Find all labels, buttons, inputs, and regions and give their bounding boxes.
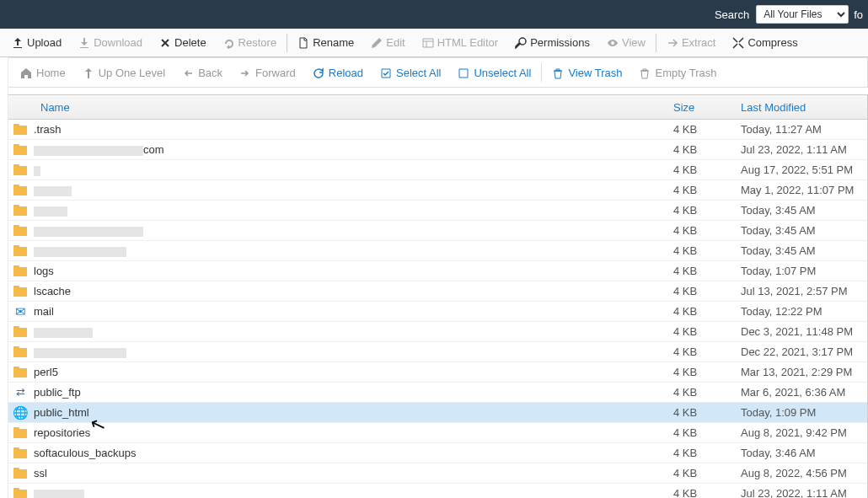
- file-name: mail: [32, 305, 665, 318]
- arrow-left-icon: [182, 66, 194, 79]
- file-modified: Today, 3:46 AM: [732, 447, 867, 459]
- file-size: 4 KB: [665, 325, 732, 338]
- table-row[interactable]: .trash4 KBToday, 11:27 AM: [8, 120, 867, 140]
- file-size: 4 KB: [665, 143, 732, 156]
- table-row[interactable]: com4 KBJul 23, 2022, 1:11 AM: [8, 140, 867, 160]
- view-button: View: [598, 29, 654, 56]
- file-name: lscache: [32, 285, 665, 297]
- toolbar-label: Rename: [313, 36, 354, 49]
- file-modified: May 1, 2022, 11:07 PM: [732, 184, 867, 196]
- extract-button: Extract: [658, 29, 724, 56]
- file-name: public_html: [32, 406, 665, 419]
- file-icon: [297, 36, 309, 50]
- navbar-label: Up One Level: [99, 67, 166, 79]
- undo-icon: [223, 36, 235, 50]
- file-size: 4 KB: [665, 184, 732, 196]
- key-icon: [515, 36, 527, 50]
- edit-button: Edit: [362, 29, 413, 56]
- file-name: [32, 244, 665, 257]
- file-name: [32, 345, 665, 358]
- table-row[interactable]: ⇄public_ftp4 KBMar 6, 2021, 6:36 AM: [8, 383, 867, 403]
- table-row[interactable]: softaculous_backups4 KBToday, 3:46 AM: [8, 443, 867, 463]
- delete-button[interactable]: Delete: [151, 29, 215, 56]
- eye-icon: [607, 36, 619, 50]
- table-row[interactable]: ssl4 KBAug 8, 2022, 4:56 PM: [8, 463, 867, 484]
- navbar-label: Forward: [255, 67, 296, 79]
- file-modified: Mar 6, 2021, 6:36 AM: [732, 386, 867, 399]
- upload-button[interactable]: Upload: [3, 29, 70, 56]
- arrow-right-icon: [239, 66, 251, 79]
- selectall-button[interactable]: Select All: [372, 58, 449, 87]
- reload-button[interactable]: Reload: [304, 58, 372, 87]
- viewtrash-button[interactable]: View Trash: [544, 58, 630, 87]
- toolbar-label: Edit: [386, 36, 405, 49]
- file-modified: Aug 17, 2022, 5:51 PM: [732, 163, 867, 176]
- table-row[interactable]: 4 KBToday, 3:45 AM: [8, 241, 867, 261]
- file-modified: Dec 22, 2021, 3:17 PM: [732, 345, 867, 358]
- table-row[interactable]: 4 KBDec 3, 2021, 11:48 PM: [8, 322, 867, 342]
- reload-icon: [313, 66, 324, 79]
- close-icon: [159, 36, 171, 50]
- column-name[interactable]: Name: [32, 101, 665, 114]
- folder-icon: [13, 205, 27, 216]
- emptytrash-button[interactable]: Empty Trash: [630, 58, 725, 87]
- up-button[interactable]: Up One Level: [74, 58, 174, 87]
- home-button[interactable]: Home: [12, 58, 74, 87]
- file-name: .trash: [32, 123, 665, 136]
- file-name: softaculous_backups: [32, 447, 665, 459]
- file-modified: Today, 1:07 PM: [732, 265, 867, 277]
- search-scope-select[interactable]: All Your Files: [756, 5, 849, 24]
- file-modified: Mar 13, 2021, 2:29 PM: [732, 366, 867, 378]
- navbar-label: Reload: [329, 67, 363, 79]
- file-size: 4 KB: [665, 426, 732, 439]
- file-modified: Today, 1:09 PM: [732, 406, 867, 419]
- folder-icon: [13, 185, 27, 195]
- folder-icon: [13, 144, 27, 155]
- check-square-icon: [380, 66, 392, 79]
- table-row[interactable]: 4 KBJul 23, 2022, 1:11 AM: [8, 484, 867, 498]
- swap-icon: ⇄: [16, 386, 25, 399]
- download-button: Download: [70, 29, 151, 56]
- table-row[interactable]: 4 KBToday, 3:45 AM: [8, 201, 867, 221]
- pencil-icon: [371, 36, 383, 50]
- permissions-button[interactable]: Permissions: [506, 29, 598, 56]
- download-icon: [78, 36, 90, 50]
- table-row[interactable]: 4 KBMay 1, 2022, 11:07 PM: [8, 180, 867, 201]
- left-gutter: [0, 57, 8, 498]
- file-modified: Jul 13, 2021, 2:57 PM: [732, 285, 867, 297]
- upload-icon: [12, 36, 24, 50]
- table-row[interactable]: perl54 KBMar 13, 2021, 2:29 PM: [8, 362, 867, 383]
- rename-button[interactable]: Rename: [289, 29, 362, 56]
- folder-icon: [13, 468, 27, 479]
- table-row[interactable]: ✉mail4 KBToday, 12:22 PM: [8, 302, 867, 322]
- toolbar-label: View: [622, 36, 646, 49]
- level-up-icon: [83, 66, 94, 79]
- file-size: 4 KB: [665, 123, 732, 136]
- file-name: com: [32, 143, 665, 156]
- folder-icon: [13, 265, 27, 276]
- table-row[interactable]: 4 KBToday, 3:45 AM: [8, 221, 867, 241]
- forward-button[interactable]: Forward: [231, 58, 304, 87]
- unselectall-button[interactable]: Unselect All: [449, 58, 539, 87]
- file-size: 4 KB: [665, 345, 732, 358]
- file-modified: Today, 3:45 AM: [732, 204, 867, 217]
- file-modified: Aug 8, 2022, 4:56 PM: [732, 467, 867, 479]
- globe-icon: 🌐: [13, 405, 29, 420]
- navbar-label: View Trash: [568, 67, 622, 79]
- table-row[interactable]: repositories4 KBAug 8, 2021, 9:42 PM: [8, 423, 867, 443]
- navbar-label: Select All: [396, 67, 441, 79]
- toolbar-label: Compress: [747, 36, 797, 49]
- column-modified[interactable]: Last Modified: [732, 101, 867, 114]
- table-row[interactable]: 4 KBAug 17, 2022, 5:51 PM: [8, 160, 867, 180]
- toolbar-label: Download: [94, 36, 142, 49]
- search-trail: fo: [854, 8, 863, 21]
- table-row[interactable]: 4 KBDec 22, 2021, 3:17 PM: [8, 342, 867, 362]
- back-button[interactable]: Back: [174, 58, 231, 87]
- table-row[interactable]: logs4 KBToday, 1:07 PM: [8, 261, 867, 281]
- column-size[interactable]: Size: [665, 101, 732, 114]
- html-editor-button: HTML Editor: [414, 29, 506, 56]
- folder-icon: [13, 245, 27, 256]
- compress-button[interactable]: Compress: [724, 29, 806, 56]
- table-row[interactable]: lscache4 KBJul 13, 2021, 2:57 PM: [8, 281, 867, 302]
- table-row[interactable]: 🌐public_html4 KBToday, 1:09 PM: [8, 403, 867, 423]
